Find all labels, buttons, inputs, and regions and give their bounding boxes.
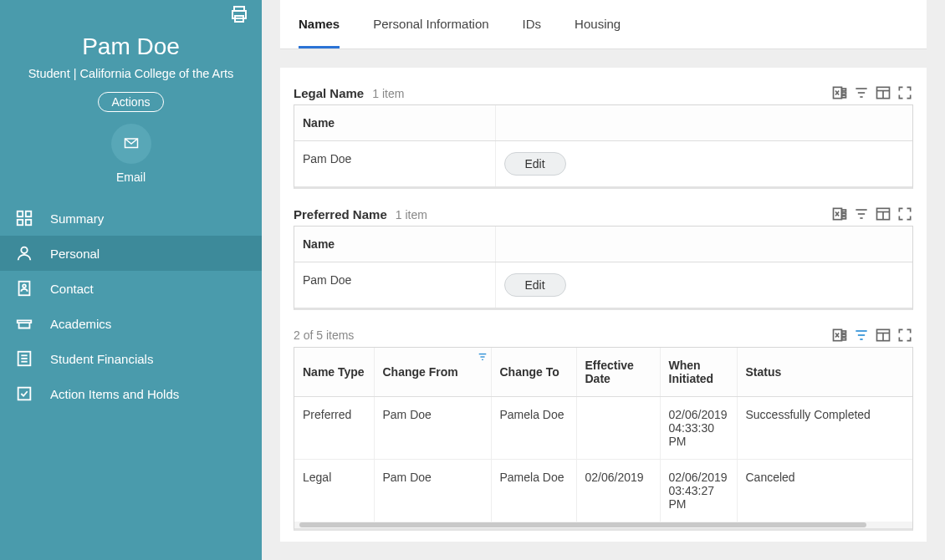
sidebar-nav: Summary Personal Contact Academics Stude… — [0, 201, 262, 411]
status-cell: Successfully Completed — [737, 397, 912, 460]
sidebar: Pam Doe Student | California College of … — [0, 0, 262, 560]
history-toolbar — [831, 327, 913, 344]
tab-names[interactable]: Names — [299, 0, 340, 48]
legal-name-title: Legal Name — [294, 86, 364, 100]
sidebar-item-personal[interactable]: Personal — [0, 236, 262, 271]
change-to-cell: Pamela Doe — [491, 460, 576, 522]
name-type-cell: Legal — [294, 460, 374, 522]
svg-rect-39 — [842, 338, 846, 340]
table-header[interactable]: Effective Date — [576, 348, 660, 397]
table-row: Pam Doe Edit — [294, 262, 912, 308]
print-icon[interactable] — [229, 4, 249, 24]
checklist-icon — [15, 384, 33, 403]
horizontal-scrollbar[interactable] — [294, 522, 912, 528]
sidebar-item-financials[interactable]: Student Financials — [0, 341, 262, 376]
content: Legal Name 1 item Name — [280, 68, 927, 542]
svg-rect-28 — [842, 213, 846, 215]
export-excel-icon[interactable] — [831, 327, 848, 344]
filter-icon[interactable] — [853, 206, 870, 222]
fullscreen-icon[interactable] — [896, 327, 913, 344]
preferred-name-title: Preferred Name — [294, 207, 387, 221]
table-header[interactable]: When Initiated — [660, 348, 737, 397]
table-header[interactable]: Name — [294, 227, 495, 262]
change-from-cell: Pam Doe — [374, 460, 491, 522]
fullscreen-icon[interactable] — [896, 84, 913, 101]
export-excel-icon[interactable] — [831, 84, 848, 101]
svg-rect-5 — [26, 211, 31, 216]
svg-rect-15 — [18, 388, 31, 400]
sidebar-item-label: Student Financials — [50, 352, 153, 366]
when-initiated-cell: 02/06/2019 03:43:27 PM — [660, 460, 737, 522]
student-subtitle: Student | California College of the Arts — [8, 67, 253, 80]
edit-button[interactable]: Edit — [504, 152, 566, 176]
svg-rect-29 — [842, 216, 846, 219]
financials-icon — [15, 349, 33, 368]
tab-ids[interactable]: IDs — [523, 0, 542, 48]
main-area: Names Personal Information IDs Housing L… — [262, 0, 945, 560]
name-type-cell: Preferred — [294, 397, 374, 460]
table-row: Preferred Pam Doe Pamela Doe 02/06/2019 … — [294, 397, 912, 460]
table-header — [495, 227, 912, 262]
legal-toolbar — [831, 84, 913, 101]
table-header[interactable]: Name — [294, 105, 495, 141]
svg-rect-18 — [842, 92, 846, 94]
sidebar-item-label: Personal — [50, 247, 100, 261]
preferred-name-count: 1 item — [396, 208, 427, 221]
sidebar-item-contact[interactable]: Contact — [0, 271, 262, 306]
svg-point-10 — [23, 284, 26, 288]
sidebar-item-action-items[interactable]: Action Items and Holds — [0, 376, 262, 411]
effective-date-cell — [576, 397, 660, 460]
filter-icon[interactable] — [853, 84, 870, 101]
email-button[interactable] — [111, 124, 151, 164]
table-header[interactable]: Change To — [491, 348, 576, 397]
filter-icon[interactable] — [853, 327, 870, 344]
edit-button[interactable]: Edit — [504, 273, 566, 297]
email-icon — [121, 136, 141, 151]
sidebar-item-label: Action Items and Holds — [50, 387, 179, 401]
contact-icon — [15, 279, 33, 298]
history-count: 2 of 5 items — [294, 328, 354, 342]
change-to-cell: Pamela Doe — [491, 397, 576, 460]
preferred-name-section: Preferred Name 1 item Name — [294, 206, 913, 310]
when-initiated-cell: 02/06/2019 04:33:30 PM — [660, 397, 737, 460]
legal-name-section: Legal Name 1 item Name — [294, 84, 913, 189]
tab-personal-info[interactable]: Personal Information — [373, 0, 488, 48]
actions-button[interactable]: Actions — [98, 92, 165, 112]
history-section: 2 of 5 items Name Type Change From — [294, 327, 913, 531]
svg-rect-27 — [842, 210, 846, 212]
sidebar-item-label: Contact — [50, 282, 94, 296]
table-header — [495, 105, 912, 141]
summary-icon — [15, 209, 33, 227]
email-label: Email — [116, 171, 146, 184]
svg-rect-6 — [18, 220, 23, 225]
history-table: Name Type Change From Change To Effectiv… — [294, 348, 912, 522]
table-header[interactable]: Status — [737, 348, 912, 397]
table-header[interactable]: Name Type — [294, 348, 374, 397]
tabs: Names Personal Information IDs Housing — [280, 0, 927, 49]
sidebar-item-academics[interactable]: Academics — [0, 306, 262, 341]
table-header[interactable]: Change From — [374, 348, 491, 397]
change-from-cell: Pam Doe — [374, 397, 491, 460]
name-cell: Pam Doe — [294, 262, 495, 308]
tab-housing[interactable]: Housing — [575, 0, 621, 48]
export-excel-icon[interactable] — [831, 206, 848, 222]
legal-name-table: Name Pam Doe Edit — [294, 105, 912, 186]
svg-rect-4 — [18, 211, 23, 216]
legal-name-count: 1 item — [372, 87, 404, 100]
preferred-toolbar — [831, 206, 913, 222]
table-row: Pam Doe Edit — [294, 141, 912, 187]
sidebar-header: Pam Doe Student | California College of … — [0, 0, 262, 201]
columns-icon[interactable] — [875, 327, 891, 344]
person-icon — [15, 244, 33, 262]
svg-rect-37 — [842, 331, 846, 333]
columns-icon[interactable] — [875, 84, 891, 101]
svg-point-8 — [21, 247, 27, 253]
column-filter-active-icon[interactable] — [478, 351, 488, 364]
svg-rect-17 — [842, 89, 846, 91]
fullscreen-icon[interactable] — [896, 206, 913, 222]
sidebar-item-summary[interactable]: Summary — [0, 201, 262, 236]
student-name: Pam Doe — [8, 33, 253, 60]
svg-rect-19 — [842, 95, 846, 98]
columns-icon[interactable] — [875, 206, 891, 222]
effective-date-cell: 02/06/2019 — [576, 460, 660, 522]
